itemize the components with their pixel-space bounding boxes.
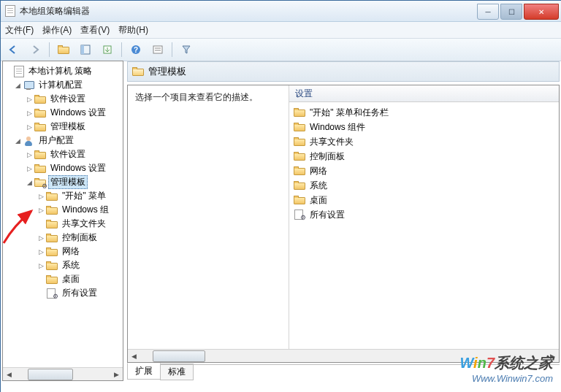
collapse-icon[interactable]: ◢ bbox=[13, 137, 22, 145]
folder-icon bbox=[46, 220, 58, 228]
menu-action[interactable]: 操作(A) bbox=[42, 24, 72, 36]
tree-item[interactable]: ▷Windows 设置 bbox=[3, 161, 123, 175]
collapse-icon[interactable]: ◢ bbox=[25, 178, 34, 187]
list-item[interactable]: 桌面 bbox=[289, 193, 559, 207]
expand-icon[interactable]: ▷ bbox=[25, 95, 34, 104]
watermark-title: Win7系统之家 bbox=[459, 353, 553, 373]
expand-icon[interactable]: ▷ bbox=[37, 234, 45, 242]
folder-icon bbox=[294, 181, 305, 190]
watermark-url: Www.Winwin7.com bbox=[459, 373, 553, 384]
list-item[interactable]: "开始" 菜单和任务栏 bbox=[289, 105, 559, 120]
maximize-button[interactable]: ☐ bbox=[500, 4, 522, 20]
expand-icon[interactable]: ▷ bbox=[25, 164, 34, 173]
expand-icon[interactable]: ▷ bbox=[37, 247, 45, 256]
tree[interactable]: 本地计算机 策略 ◢计算机配置 ▷软件设置 ▷Windows 设置 ▷管理模板 … bbox=[3, 61, 123, 373]
expand-icon[interactable]: ▷ bbox=[25, 150, 34, 159]
tree-computer-config[interactable]: ◢计算机配置 bbox=[3, 78, 123, 92]
tab-standard[interactable]: 标准 bbox=[160, 364, 194, 380]
all-settings-icon bbox=[46, 288, 58, 299]
app-icon bbox=[5, 5, 15, 17]
tree-item[interactable]: ▷控制面板 bbox=[3, 231, 123, 245]
toolbar-separator bbox=[121, 42, 122, 57]
folder-icon bbox=[34, 164, 46, 173]
expand-icon[interactable]: ▷ bbox=[25, 109, 34, 118]
list-body[interactable]: "开始" 菜单和任务栏 Windows 组件 共享文件夹 控制面板 网络 系统 … bbox=[289, 102, 559, 362]
tree-item[interactable]: 桌面 bbox=[3, 272, 123, 286]
tree-root[interactable]: 本地计算机 策略 bbox=[3, 64, 123, 78]
folder-icon bbox=[34, 123, 46, 131]
admin-templates-icon bbox=[34, 177, 46, 188]
folder-icon bbox=[46, 275, 58, 284]
window-controls: ─ ☐ ✕ bbox=[476, 4, 559, 18]
body: 本地计算机 策略 ◢计算机配置 ▷软件设置 ▷Windows 设置 ▷管理模板 … bbox=[2, 61, 560, 381]
content-title: 管理模板 bbox=[148, 65, 186, 78]
watermark: Win7系统之家 Www.Winwin7.com bbox=[459, 353, 553, 384]
tree-item[interactable]: 共享文件夹 bbox=[3, 217, 123, 231]
list-item[interactable]: 共享文件夹 bbox=[289, 134, 559, 149]
tab-extended[interactable]: 扩展 bbox=[127, 363, 161, 380]
toolbar-separator bbox=[49, 42, 50, 57]
expand-icon[interactable]: ▷ bbox=[25, 123, 34, 131]
list-item[interactable]: 所有设置 bbox=[289, 207, 559, 222]
tree-user-config[interactable]: ◢用户配置 bbox=[3, 134, 123, 147]
folder-icon bbox=[46, 206, 58, 215]
folder-icon bbox=[46, 261, 58, 270]
list-header[interactable]: 设置 bbox=[289, 85, 559, 102]
folder-icon bbox=[294, 166, 305, 175]
filter-button[interactable] bbox=[177, 40, 196, 59]
menu-file[interactable]: 文件(F) bbox=[5, 24, 34, 36]
close-button[interactable]: ✕ bbox=[524, 4, 559, 20]
show-tree-button[interactable] bbox=[76, 40, 95, 59]
right-pane: 管理模板 选择一个项目来查看它的描述。 设置 "开始" 菜单和任务栏 Windo… bbox=[126, 61, 560, 381]
content-header: 管理模板 bbox=[127, 61, 560, 82]
toolbar-separator bbox=[172, 42, 172, 57]
folder-icon bbox=[294, 123, 305, 131]
tree-item[interactable]: 所有设置 bbox=[3, 286, 123, 300]
content-area: 选择一个项目来查看它的描述。 设置 "开始" 菜单和任务栏 Windows 组件… bbox=[127, 85, 560, 363]
up-button[interactable] bbox=[54, 40, 73, 59]
export-button[interactable] bbox=[98, 40, 117, 59]
list-item[interactable]: 系统 bbox=[289, 178, 559, 193]
tree-item[interactable]: ▷软件设置 bbox=[3, 147, 123, 161]
tree-item[interactable]: ▷"开始" 菜单 bbox=[3, 189, 123, 203]
tree-item[interactable]: ▷网络 bbox=[3, 245, 123, 258]
description-pane: 选择一个项目来查看它的描述。 bbox=[128, 85, 289, 362]
list-item[interactable]: 网络 bbox=[289, 164, 559, 178]
tree-item[interactable]: ▷软件设置 bbox=[3, 92, 123, 106]
help-button[interactable]: ? bbox=[126, 40, 145, 59]
collapse-icon[interactable]: ◢ bbox=[13, 81, 22, 90]
tree-item[interactable]: ▷Windows 组 bbox=[3, 203, 123, 217]
scroll-thumb[interactable] bbox=[28, 369, 73, 380]
col-setting: 设置 bbox=[295, 88, 313, 100]
tree-pane: 本地计算机 策略 ◢计算机配置 ▷软件设置 ▷Windows 设置 ▷管理模板 … bbox=[2, 61, 123, 381]
tree-admin-templates-selected[interactable]: ◢管理模板 bbox=[3, 175, 123, 189]
forward-button[interactable] bbox=[26, 40, 45, 59]
expand-icon[interactable]: ▷ bbox=[37, 206, 45, 215]
minimize-button[interactable]: ─ bbox=[477, 4, 499, 20]
tree-item[interactable]: ▷Windows 设置 bbox=[3, 106, 123, 120]
window-title: 本地组策略编辑器 bbox=[20, 5, 476, 18]
scroll-left-icon[interactable]: ◀ bbox=[3, 368, 15, 380]
svg-text:?: ? bbox=[134, 46, 138, 54]
list-pane: 设置 "开始" 菜单和任务栏 Windows 组件 共享文件夹 控制面板 网络 … bbox=[289, 85, 559, 362]
titlebar[interactable]: 本地组策略编辑器 ─ ☐ ✕ bbox=[1, 1, 561, 22]
scroll-right-icon[interactable]: ▶ bbox=[110, 368, 123, 380]
menu-view[interactable]: 查看(V) bbox=[80, 24, 110, 36]
folder-icon bbox=[46, 192, 58, 201]
folder-icon bbox=[294, 196, 305, 204]
user-icon bbox=[23, 135, 34, 147]
tree-item[interactable]: ▷系统 bbox=[3, 258, 123, 272]
properties-button[interactable] bbox=[148, 40, 167, 59]
app-window: 本地组策略编辑器 ─ ☐ ✕ 文件(F) 操作(A) 查看(V) 帮助(H) ?… bbox=[0, 0, 561, 392]
svg-rect-1 bbox=[81, 45, 84, 54]
folder-icon bbox=[294, 108, 305, 117]
tree-item[interactable]: ▷管理模板 bbox=[3, 120, 123, 134]
expand-icon[interactable]: ▷ bbox=[37, 261, 45, 270]
list-item[interactable]: 控制面板 bbox=[289, 149, 559, 164]
menu-help[interactable]: 帮助(H) bbox=[118, 24, 148, 36]
tree-hscrollbar[interactable]: ◀ ▶ bbox=[3, 367, 123, 380]
list-item[interactable]: Windows 组件 bbox=[289, 120, 559, 134]
folder-icon bbox=[132, 67, 144, 76]
back-button[interactable] bbox=[4, 40, 23, 59]
expand-icon[interactable]: ▷ bbox=[37, 192, 45, 201]
